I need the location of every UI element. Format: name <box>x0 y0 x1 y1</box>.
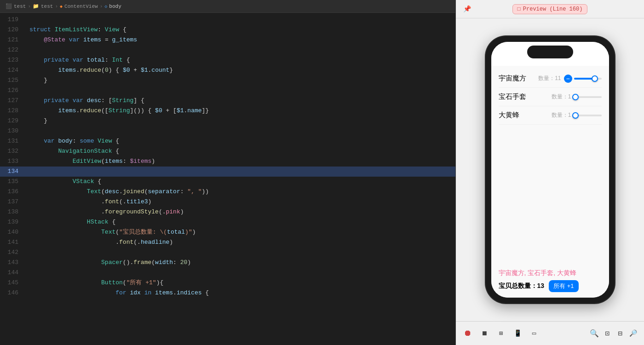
preview-toolbar: ⏺ ⏹ ⊞ 📱 ▭ 🔍 ⊡ ⊟ <box>456 321 644 345</box>
breadcrumb-sep-3: › <box>100 4 103 9</box>
line-132: 132 <box>0 146 26 156</box>
line-138: 138 <box>0 207 26 217</box>
device-button[interactable]: 📱 <box>511 327 524 340</box>
item-count-area-3: 数量：1 <box>552 111 602 119</box>
preview-content: 宇宙魔方 数量：11 − <box>456 18 644 321</box>
phone-total-row: 宝贝总数量：13 所有 +1 <box>499 280 602 292</box>
zoom-plus-button[interactable]: 🔎 <box>627 328 638 339</box>
line-119: 119 <box>0 15 26 25</box>
orientation-icon: ▭ <box>532 329 536 337</box>
item-name-3: 大黄蜂 <box>499 111 519 120</box>
code-line-145: Button("所有 +1"){ <box>26 278 455 288</box>
grid-icon: ⊞ <box>499 329 503 337</box>
code-line-138: .foregroundStyle(.pink) <box>26 207 455 217</box>
line-135: 135 <box>0 177 26 187</box>
list-item-1: 宇宙魔方 数量：11 − <box>499 69 602 88</box>
item-stepper-1[interactable]: − <box>564 75 602 83</box>
code-content[interactable]: struct ItemListView: View { @State var i… <box>26 13 455 345</box>
phone-list: 宇宙魔方 数量：11 − <box>491 66 609 264</box>
item-count-label-3: 数量：1 <box>552 111 571 119</box>
breadcrumb-test1[interactable]: ⬛ test <box>6 3 26 9</box>
code-line-146: for idx in items.indices { <box>26 288 455 298</box>
device-icon: 📱 <box>514 329 522 337</box>
line-146: 146 <box>0 288 26 298</box>
item-count-label-1: 数量：11 <box>538 75 561 82</box>
phone-bottom: 宇宙魔方, 宝石手套, 大黄蜂 宝贝总数量：13 所有 +1 <box>491 264 609 298</box>
item-name-1: 宇宙魔方 <box>499 74 526 83</box>
preview-panel: 📌 □ Preview (Line 160) 宇宙魔方 数量：11 <box>455 0 644 345</box>
code-line-133: EditView(items: $items) <box>26 156 455 167</box>
all-plus-button[interactable]: 所有 +1 <box>549 280 578 292</box>
phone-desc: 宇宙魔方, 宝石手套, 大黄蜂 <box>499 269 602 277</box>
code-line-135: VStack { <box>26 177 455 187</box>
zoom-plus-icon: 🔎 <box>629 329 637 337</box>
breadcrumb-sep-1: › <box>28 4 31 9</box>
stepper-track-1[interactable] <box>574 78 602 80</box>
line-137: 137 <box>0 197 26 207</box>
phone-screen-inner: 宇宙魔方 数量：11 − <box>491 42 609 298</box>
code-line-121: @State var items = g_items <box>26 35 455 45</box>
line-127: 127 <box>0 96 26 106</box>
code-line-131: var body: some View { <box>26 136 455 146</box>
stepper-thumb-3 <box>572 112 579 119</box>
line-121: 121 <box>0 35 26 45</box>
code-line-132: NavigationStack { <box>26 146 455 156</box>
pin-button[interactable]: 📌 <box>461 4 472 15</box>
stop-button[interactable]: ⏹ <box>478 327 491 340</box>
editor-panel: ⬛ test › 📁 test › ◆ ContentView › ◇ body… <box>0 0 455 345</box>
line-125: 125 <box>0 75 26 86</box>
grid-button[interactable]: ⊞ <box>494 327 507 340</box>
phone-mockup: 宇宙魔方 数量：11 − <box>486 36 615 303</box>
code-line-123: private var total: Int { <box>26 55 455 65</box>
line-143: 143 <box>0 258 26 268</box>
line-134: 134 <box>0 167 26 177</box>
swift-icon-2: ◇ <box>104 4 107 9</box>
swift-icon-1: ◆ <box>60 4 63 9</box>
breadcrumb-test2[interactable]: 📁 test <box>33 3 53 9</box>
line-numbers: 119 120 121 122 123 124 125 126 127 128 … <box>0 13 26 345</box>
play-button[interactable]: ⏺ <box>461 327 474 340</box>
orientation-button[interactable]: ▭ <box>528 327 540 340</box>
stepper-track-3[interactable] <box>574 115 602 116</box>
stepper-track-2[interactable] <box>574 96 602 98</box>
phone-screen: 宇宙魔方 数量：11 − <box>491 42 609 298</box>
breadcrumb-contentview[interactable]: ◆ ContentView <box>60 4 98 9</box>
code-area: 119 120 121 122 123 124 125 126 127 128 … <box>0 13 455 345</box>
line-142: 142 <box>0 247 26 258</box>
code-line-139: HStack { <box>26 217 455 227</box>
play-icon: ⏺ <box>464 328 472 338</box>
code-line-142 <box>26 247 455 258</box>
zoom-minus-icon: 🔍 <box>590 329 599 338</box>
item-stepper-2[interactable] <box>574 96 602 98</box>
line-126: 126 <box>0 86 26 96</box>
list-item-2: 宝石手套 数量：1 <box>499 88 602 106</box>
stepper-minus-1[interactable]: − <box>564 75 572 83</box>
line-124: 124 <box>0 65 26 75</box>
phone-total: 宝贝总数量：13 <box>499 282 545 290</box>
line-139: 139 <box>0 217 26 227</box>
stepper-thumb-1 <box>592 75 598 82</box>
pin-icon: 📌 <box>463 5 471 13</box>
zoom-fit-button[interactable]: ⊟ <box>615 328 626 339</box>
stepper-thumb-2 <box>572 94 579 100</box>
code-line-126 <box>26 86 455 96</box>
line-133: 133 <box>0 156 26 167</box>
item-stepper-3[interactable] <box>574 115 602 116</box>
test-folder-icon: ⬛ <box>6 3 12 9</box>
breadcrumb: ⬛ test › 📁 test › ◆ ContentView › ◇ body <box>0 0 455 13</box>
zoom-actual-icon: ⊡ <box>605 329 610 338</box>
item-count-label-2: 数量：1 <box>552 93 571 101</box>
code-line-137: .font(.title3) <box>26 197 455 207</box>
code-line-144 <box>26 268 455 278</box>
line-140: 140 <box>0 227 26 237</box>
breadcrumb-body[interactable]: ◇ body <box>104 4 121 9</box>
zoom-minus-button[interactable]: 🔍 <box>589 328 600 339</box>
code-line-140: Text("宝贝总数量: \(total)") <box>26 227 455 237</box>
line-123: 123 <box>0 55 26 65</box>
line-131: 131 <box>0 136 26 146</box>
code-line-141: .font(.headline) <box>26 237 455 247</box>
zoom-actual-button[interactable]: ⊡ <box>602 328 613 339</box>
code-line-127: private var desc: [String] { <box>26 96 455 106</box>
breadcrumb-sep-2: › <box>55 4 58 9</box>
code-line-119 <box>26 15 455 25</box>
